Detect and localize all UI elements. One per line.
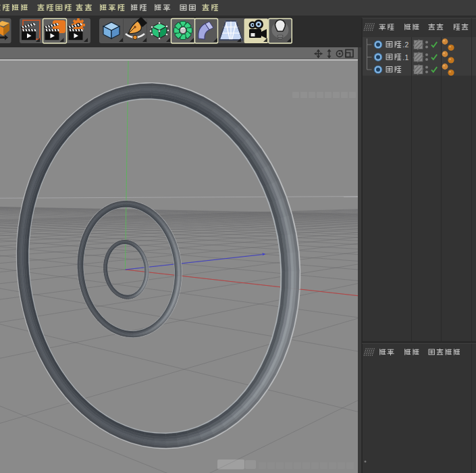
svg-text:1: 1 bbox=[405, 54, 409, 61]
svg-text:2: 2 bbox=[405, 41, 409, 49]
